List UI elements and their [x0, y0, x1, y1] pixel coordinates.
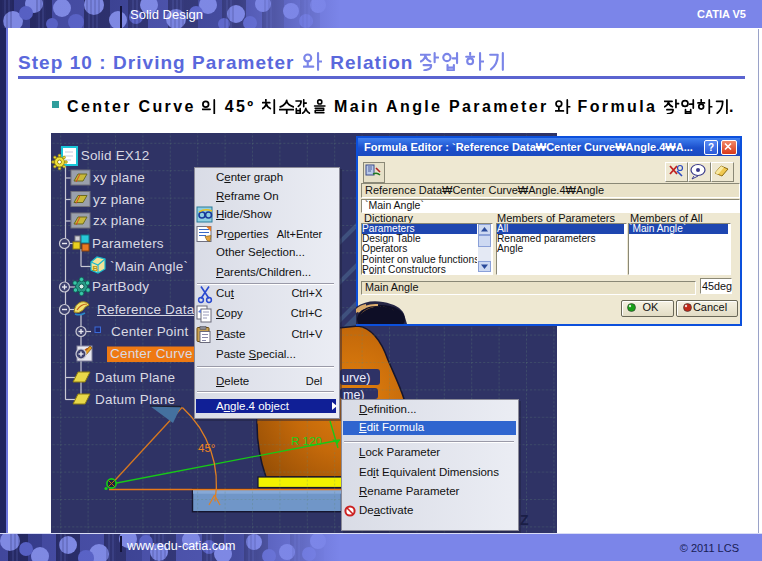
svg-text:B: B [93, 264, 99, 273]
